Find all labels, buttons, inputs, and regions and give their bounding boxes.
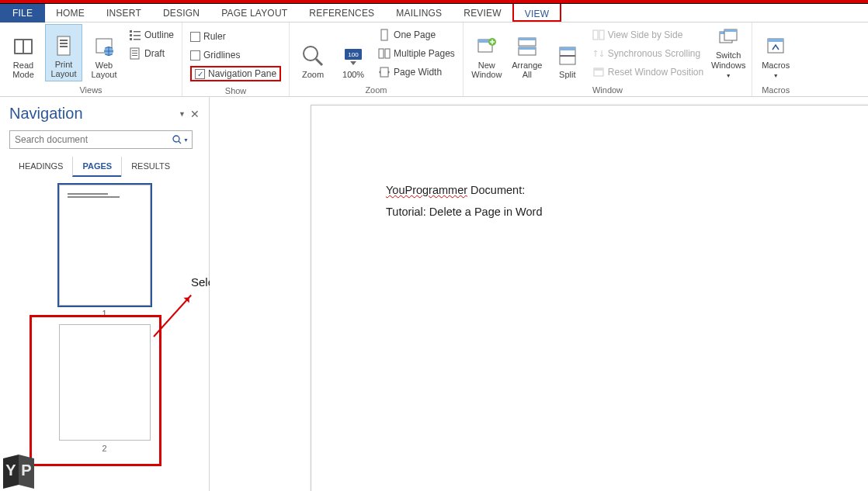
hundred-percent-icon: 100 <box>341 43 366 68</box>
ruler-label: Ruler <box>203 31 226 42</box>
group-macros: Macros▼ Macros <box>752 22 799 96</box>
switch-windows-label: Switch Windows ▼ <box>710 50 747 80</box>
tab-file[interactable]: FILE <box>0 4 45 22</box>
svg-text:100: 100 <box>348 51 359 58</box>
svg-rect-17 <box>132 53 137 54</box>
hundred-percent-label: 100% <box>342 70 364 80</box>
navigation-pane-check-icon <box>195 69 205 79</box>
group-views: Read Mode Print Layout Web Layout Outlin… <box>0 22 182 96</box>
arrange-all-button[interactable]: Arrange All <box>509 24 546 81</box>
svg-rect-13 <box>130 38 132 40</box>
macros-icon <box>763 34 788 59</box>
new-window-button[interactable]: New Window <box>468 24 505 81</box>
svg-rect-6 <box>60 46 68 47</box>
multiple-pages-label: Multiple Pages <box>394 48 455 59</box>
svg-rect-4 <box>60 40 68 41</box>
tab-design[interactable]: DESIGN <box>152 4 210 22</box>
arrange-all-icon <box>515 34 540 59</box>
svg-line-20 <box>316 59 322 65</box>
svg-rect-1 <box>16 40 23 53</box>
web-layout-label: Web Layout <box>85 61 123 80</box>
svg-point-47 <box>173 136 179 142</box>
svg-rect-12 <box>134 35 141 36</box>
gridlines-check-icon <box>190 50 200 61</box>
print-layout-icon <box>51 33 76 58</box>
draft-label: Draft <box>144 48 165 59</box>
switch-windows-button[interactable]: Switch Windows ▼ <box>710 24 747 81</box>
tab-view[interactable]: VIEW <box>512 3 561 22</box>
search-box[interactable]: ▼ <box>9 130 193 149</box>
outline-button[interactable]: Outline <box>129 27 174 43</box>
tab-home[interactable]: HOME <box>45 4 95 22</box>
annotation-highlight-box <box>30 315 161 466</box>
arrange-all-label: Arrange All <box>509 61 546 80</box>
one-page-button[interactable]: One Page <box>378 27 455 43</box>
sync-scroll-label: Synchronous Scrolling <box>608 48 700 59</box>
navigation-title: Navigation <box>9 105 83 123</box>
svg-rect-26 <box>380 67 388 77</box>
doc-line-1-rest: Document: <box>467 184 525 196</box>
web-layout-icon <box>92 34 116 59</box>
search-input[interactable] <box>10 134 169 145</box>
ruler-checkbox[interactable]: Ruler <box>190 29 281 44</box>
side-by-side-icon <box>592 29 605 41</box>
search-icon[interactable] <box>172 135 182 144</box>
macros-button[interactable]: Macros▼ <box>757 24 794 81</box>
content-area: Navigation ▼ ✕ ▼ HEADINGS PAGES RESULTS <box>0 97 868 491</box>
doc-line-1-word: YouProgrammer <box>386 184 467 196</box>
svg-rect-14 <box>134 39 141 40</box>
tab-mailings[interactable]: MAILINGS <box>385 4 453 22</box>
reset-position-label: Reset Window Position <box>608 67 703 78</box>
split-button[interactable]: Split <box>549 24 586 81</box>
doc-line-1: YouProgrammer Document: <box>386 180 794 202</box>
tab-page-layout[interactable]: PAGE LAYOUT <box>210 4 298 22</box>
one-page-label: One Page <box>394 29 436 40</box>
document-area[interactable]: YouProgrammer Document: Tutorial: Delete… <box>210 97 868 491</box>
gridlines-label: Gridlines <box>203 50 240 61</box>
group-zoom: Zoom 100 100% One Page Multiple Pages Pa… <box>290 22 464 96</box>
view-side-by-side-button: View Side by Side <box>592 27 703 43</box>
navigation-pane-checkbox[interactable]: Navigation Pane <box>190 66 281 81</box>
nav-tab-headings[interactable]: HEADINGS <box>9 157 72 177</box>
switch-windows-icon <box>716 27 741 49</box>
navigation-dropdown-icon[interactable]: ▼ <box>179 110 186 118</box>
multiple-pages-button[interactable]: Multiple Pages <box>378 46 455 61</box>
hundred-percent-button[interactable]: 100 100% <box>335 24 372 81</box>
svg-rect-40 <box>594 68 603 71</box>
draft-button[interactable]: Draft <box>129 46 174 61</box>
svg-text:Y: Y <box>5 462 16 479</box>
web-layout-button[interactable]: Web Layout <box>85 24 123 81</box>
svg-rect-31 <box>519 38 536 40</box>
thumbnail-page-1[interactable]: 1 <box>9 185 200 318</box>
svg-rect-46 <box>768 39 783 42</box>
sync-scroll-button: Synchronous Scrolling <box>592 46 703 61</box>
svg-rect-5 <box>60 43 68 44</box>
zoom-label: Zoom <box>302 70 324 80</box>
group-views-label: Views <box>5 84 177 96</box>
group-window: New Window Arrange All Split View Side b… <box>464 22 752 96</box>
tab-review[interactable]: REVIEW <box>453 4 512 22</box>
gridlines-checkbox[interactable]: Gridlines <box>190 47 281 63</box>
nav-tab-pages[interactable]: PAGES <box>72 157 121 177</box>
svg-rect-16 <box>132 50 137 51</box>
split-icon <box>555 43 580 68</box>
ruler-check-icon <box>190 32 200 42</box>
svg-rect-44 <box>724 29 737 32</box>
zoom-button[interactable]: Zoom <box>294 24 332 81</box>
tab-insert[interactable]: INSERT <box>95 4 152 22</box>
navigation-close-icon[interactable]: ✕ <box>190 108 200 120</box>
print-layout-button[interactable]: Print Layout <box>45 24 82 81</box>
page-width-button[interactable]: Page Width <box>378 64 455 80</box>
tab-references[interactable]: REFERENCES <box>298 4 385 22</box>
svg-rect-35 <box>560 47 575 50</box>
search-dropdown-icon[interactable]: ▼ <box>183 137 189 143</box>
nav-tab-results[interactable]: RESULTS <box>121 157 179 177</box>
read-mode-button[interactable]: Read Mode <box>5 24 42 81</box>
svg-rect-11 <box>130 34 132 36</box>
navigation-pane-label: Navigation Pane <box>208 68 276 79</box>
document-page[interactable]: YouProgrammer Document: Tutorial: Delete… <box>311 105 868 491</box>
new-window-icon <box>474 34 499 59</box>
svg-text:P: P <box>21 462 31 479</box>
draft-icon <box>129 47 141 60</box>
svg-rect-37 <box>593 30 598 40</box>
